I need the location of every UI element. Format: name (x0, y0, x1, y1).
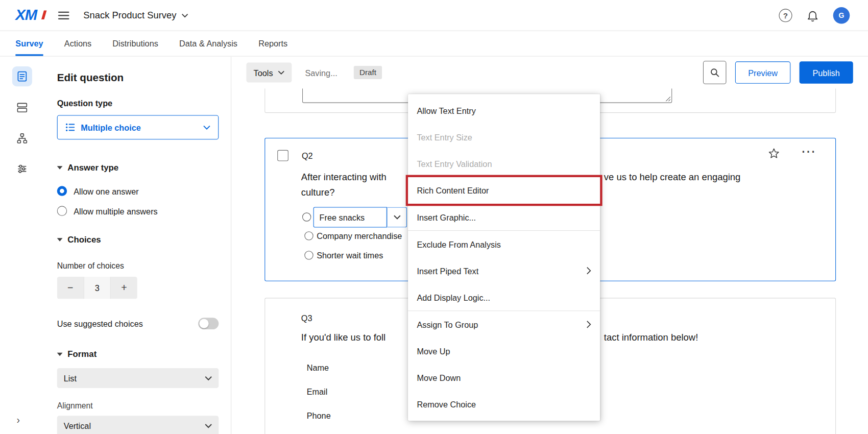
hamburger-menu-icon[interactable] (58, 11, 69, 19)
q2-question-text-left[interactable]: After interacting with (301, 171, 387, 185)
panel-title: Edit question (57, 72, 219, 84)
q2-choice1-input[interactable] (314, 207, 387, 227)
menu-item-allow-text-entry[interactable]: Allow Text Entry (408, 98, 600, 124)
tab-survey[interactable]: Survey (15, 31, 43, 56)
tools-button[interactable]: Tools (246, 63, 292, 83)
choices-section-header[interactable]: Choices (57, 235, 219, 245)
q2-choice2-label[interactable]: Company merchandise (317, 231, 402, 240)
question-type-value: Multiple choice (81, 123, 140, 132)
decrement-button[interactable]: − (57, 277, 84, 299)
preview-button[interactable]: Preview (735, 61, 790, 83)
edit-question-panel: Edit question Question type Multiple cho… (44, 57, 231, 434)
tab-reports[interactable]: Reports (258, 31, 287, 56)
format-dropdown[interactable]: List (57, 368, 219, 388)
suggested-choices-toggle[interactable] (198, 318, 219, 329)
top-header: XM Snack Product Survey ? G (0, 0, 868, 31)
increment-button[interactable]: + (111, 277, 137, 299)
answer-option-one-label: Allow one answer (74, 186, 138, 196)
use-suggested-choices-label: Use suggested choices (57, 319, 143, 328)
chevron-down-icon (278, 70, 284, 75)
publish-button[interactable]: Publish (799, 61, 853, 83)
toolbar-actions: Preview Publish (703, 61, 853, 84)
menu-item-assign-to-group[interactable]: Assign To Group (408, 311, 600, 337)
q3-question-text-left[interactable]: If you'd like us to foll (301, 330, 385, 345)
expand-rail-chevron-icon[interactable]: › (17, 415, 20, 426)
chevron-down-icon (205, 423, 212, 428)
builder-icon[interactable] (12, 66, 32, 86)
q3-field-email-label[interactable]: Email (307, 387, 328, 396)
q3-question-text-right[interactable]: tact information below! (604, 330, 698, 345)
survey-options-icon[interactable] (12, 159, 32, 179)
answer-option-one[interactable]: Allow one answer (57, 186, 219, 196)
menu-item-rich-content-editor[interactable]: Rich Content Editor (408, 177, 600, 204)
q3-id-label: Q3 (301, 314, 312, 323)
choices-count-stepper: − 3 + (57, 277, 137, 299)
answer-option-multiple[interactable]: Allow multiple answers (57, 206, 219, 216)
menu-item-move-up[interactable]: Move Up (408, 337, 600, 364)
caret-down-icon (57, 353, 63, 356)
q2-id-label: Q2 (302, 151, 313, 160)
primary-nav: Survey Actions Distributions Data & Anal… (0, 31, 868, 57)
tab-actions[interactable]: Actions (64, 31, 91, 56)
notifications-bell-icon[interactable] (806, 9, 819, 22)
editor-toolbar: Tools Saving... Draft Preview Publish (231, 57, 868, 89)
q2-choice2-radio[interactable] (304, 231, 313, 240)
format-value: List (64, 373, 77, 382)
search-button[interactable] (703, 61, 727, 84)
q2-choice1-radio[interactable] (302, 212, 311, 221)
q2-question-text-line2[interactable]: culture? (301, 185, 335, 200)
menu-item-remove-choice[interactable]: Remove Choice (408, 391, 600, 417)
alignment-dropdown[interactable]: Vertical (57, 416, 219, 434)
format-section-header[interactable]: Format (57, 349, 219, 359)
q2-choice3-radio[interactable] (304, 251, 313, 259)
survey-flow-icon[interactable] (12, 129, 32, 149)
blocks-icon[interactable] (12, 98, 32, 117)
answer-type-label: Answer type (67, 163, 118, 173)
survey-title-dropdown[interactable]: Snack Product Survey (83, 10, 188, 21)
header-actions: ? G (779, 7, 850, 24)
survey-title: Snack Product Survey (83, 10, 176, 21)
help-icon[interactable]: ? (779, 9, 792, 22)
more-options-icon[interactable]: ⋯ (801, 143, 816, 160)
caret-down-icon (57, 166, 63, 170)
question-type-dropdown[interactable]: Multiple choice (57, 115, 219, 140)
qualtrics-survey-editor: XM Snack Product Survey ? G Survey Actio… (0, 0, 868, 434)
tab-data-analysis[interactable]: Data & Analysis (179, 31, 237, 56)
menu-item-text-entry-size: Text Entry Size (408, 124, 600, 151)
alignment-value: Vertical (64, 421, 91, 430)
menu-item-text-entry-validation: Text Entry Validation (408, 151, 600, 177)
resize-grip-icon[interactable] (664, 95, 670, 101)
alignment-label: Alignment (57, 401, 219, 410)
chevron-down-icon (393, 215, 400, 220)
suggested-choices-row: Use suggested choices (57, 318, 219, 329)
q3-field-phone-label[interactable]: Phone (307, 411, 331, 420)
number-of-choices-label: Number of choices (57, 261, 219, 270)
menu-item-insert-piped-text-label: Insert Piped Text (417, 266, 478, 275)
choice-context-menu: Allow Text Entry Text Entry Size Text En… (408, 94, 600, 421)
saving-status-text: Saving... (305, 68, 337, 77)
q3-field-name-label[interactable]: Name (307, 363, 329, 372)
q2-select-checkbox[interactable] (277, 150, 288, 161)
xm-logo[interactable]: XM (15, 8, 37, 22)
chevron-down-icon (181, 13, 188, 17)
tab-distributions[interactable]: Distributions (112, 31, 158, 56)
choices-count-value: 3 (84, 277, 111, 299)
avatar[interactable]: G (833, 7, 850, 24)
favorite-star-icon[interactable] (768, 147, 780, 159)
list-bullets-icon (65, 123, 76, 133)
q2-question-text-right[interactable]: ve us to help create an engaging (604, 171, 740, 185)
menu-item-insert-piped-text[interactable]: Insert Piped Text (408, 257, 600, 284)
q2-choice3-label[interactable]: Shorter wait times (317, 251, 383, 260)
menu-item-insert-graphic[interactable]: Insert Graphic... (408, 204, 600, 230)
draft-status-badge: Draft (354, 66, 382, 79)
tools-button-label: Tools (254, 68, 273, 77)
menu-item-move-down[interactable]: Move Down (408, 364, 600, 391)
menu-item-exclude-from-analysis[interactable]: Exclude From Analysis (408, 231, 600, 257)
chevron-down-icon (205, 376, 212, 381)
answer-type-section-header[interactable]: Answer type (57, 163, 219, 173)
menu-item-add-display-logic[interactable]: Add Display Logic... (408, 284, 600, 310)
q2-choice1-options-button[interactable] (387, 207, 407, 227)
chevron-down-icon (203, 125, 210, 130)
format-label: Format (67, 349, 97, 359)
radio-icon (57, 206, 67, 216)
